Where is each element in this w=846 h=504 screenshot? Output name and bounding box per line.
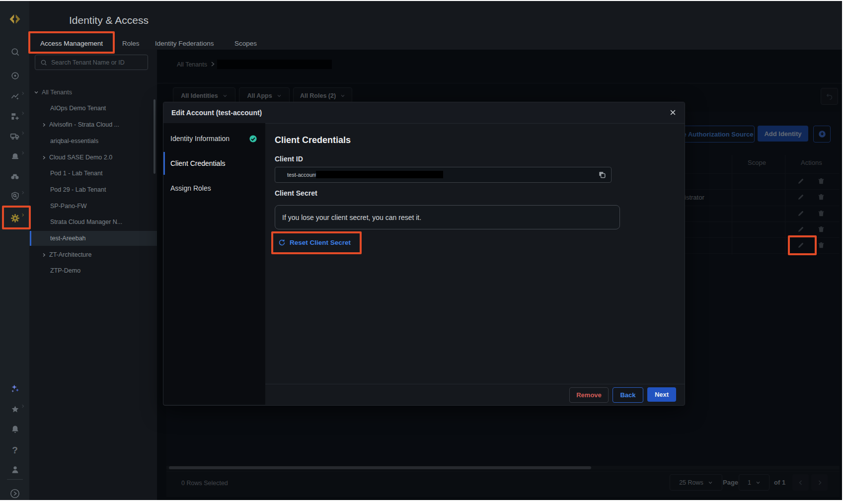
chevron-down-icon[interactable] [34, 90, 39, 95]
client-secret-hint-box: If you lose your client secret, you can … [275, 205, 620, 229]
tenant-item[interactable]: AIOps Demo Tenant [29, 101, 157, 116]
search-icon [40, 59, 47, 66]
client-secret-hint-text: If you lose your client secret, you can … [282, 214, 421, 221]
annotation-reset-client-secret [271, 231, 362, 254]
annotation-access-management-tab [28, 31, 115, 54]
chevron-right-icon [21, 191, 25, 195]
tenant-item[interactable]: ZTP-Demo [29, 263, 157, 278]
nav-rail: ? [0, 1, 29, 500]
account-icon[interactable] [2, 462, 27, 477]
page-title: Identity & Access [69, 14, 149, 26]
back-button[interactable]: Back [613, 387, 643, 403]
client-id-label: Client ID [275, 155, 303, 163]
section-heading: Client Credentials [275, 135, 351, 145]
tenant-search-placeholder: Search Tenant Name or ID [51, 59, 125, 66]
step-assign-roles[interactable]: Assign Roles [163, 177, 265, 200]
tenant-item[interactable]: SP-Pano-FW [29, 199, 157, 214]
tenant-panel-scrollbar[interactable] [154, 99, 155, 174]
tenant-item[interactable]: Strata Cloud Manager N... [29, 215, 157, 229]
tenant-panel: Search Tenant Name or ID All Tenants AIO… [29, 50, 157, 500]
client-secret-label: Client Secret [275, 189, 317, 197]
chevron-right-icon[interactable] [42, 123, 46, 127]
chevron-right-icon [21, 91, 25, 95]
chevron-right-icon [21, 151, 25, 155]
next-button[interactable]: Next [647, 387, 676, 402]
command-center-icon[interactable] [2, 68, 27, 83]
tenant-item[interactable]: Alvisofin - Strata Cloud ... [29, 117, 157, 132]
collapse-icon[interactable] [2, 486, 27, 501]
selected-indicator [30, 231, 31, 246]
edit-account-modal: Edit Account (test-account) Identity Inf… [163, 102, 685, 406]
tenant-item[interactable]: Pod 1 - Lab Tenant [29, 166, 157, 181]
tenant-search-input[interactable]: Search Tenant Name or ID [35, 55, 148, 70]
ai-copilot-icon[interactable] [2, 381, 27, 396]
chevron-right-icon [21, 111, 25, 115]
page-frame [0, 0, 846, 1]
modal-footer-divider [265, 384, 685, 384]
copy-icon[interactable] [598, 171, 606, 179]
annotation-settings-gear [2, 206, 31, 229]
active-step-indicator [163, 152, 165, 175]
page-frame [0, 500, 846, 504]
remove-button[interactable]: Remove [569, 387, 609, 403]
client-id-redacted [316, 171, 443, 178]
tenant-item[interactable]: ZT-Architecture [29, 247, 157, 262]
tenant-item[interactable]: ariqbal-essentials [29, 134, 157, 148]
help-icon[interactable]: ? [2, 443, 27, 458]
search-icon[interactable] [2, 44, 27, 59]
app-window: ? Identity & Access Access Management Ro… [0, 0, 846, 504]
client-id-input[interactable]: test-account@ [275, 167, 612, 183]
chevron-right-icon[interactable] [42, 253, 46, 257]
chevron-right-icon[interactable] [42, 155, 46, 160]
notifications-bell-icon[interactable] [2, 422, 27, 436]
chevron-right-icon [21, 404, 25, 408]
app-logo-icon [2, 12, 27, 27]
step-identity-information[interactable]: Identity Information [163, 127, 265, 150]
tenant-item-selected[interactable]: test-Areebah [29, 231, 157, 246]
step-client-credentials[interactable]: Client Credentials [163, 152, 265, 175]
step-complete-check-icon [249, 135, 257, 143]
tab-scopes[interactable]: Scopes [234, 40, 257, 47]
modal-header: Edit Account (test-account) [163, 102, 685, 124]
page-frame [842, 0, 846, 504]
chevron-right-icon [21, 131, 25, 135]
tenant-tree-root[interactable]: All Tenants [29, 85, 157, 100]
tab-identity-federations[interactable]: Identity Federations [155, 40, 214, 47]
page-header: Identity & Access [29, 1, 842, 50]
close-icon[interactable] [669, 109, 677, 116]
tab-roles[interactable]: Roles [122, 40, 140, 47]
tenant-item[interactable]: Cloud SASE Demo 2.0 [29, 150, 157, 165]
rail-divider [7, 479, 23, 480]
monitor-icon[interactable] [2, 169, 27, 184]
modal-title: Edit Account (test-account) [171, 109, 262, 117]
annotation-edit-pencil [788, 235, 817, 255]
modal-steps-panel: Identity Information Client Credentials … [163, 123, 265, 405]
tenant-item[interactable]: Pod 29 - Lab Tenant [29, 182, 157, 197]
